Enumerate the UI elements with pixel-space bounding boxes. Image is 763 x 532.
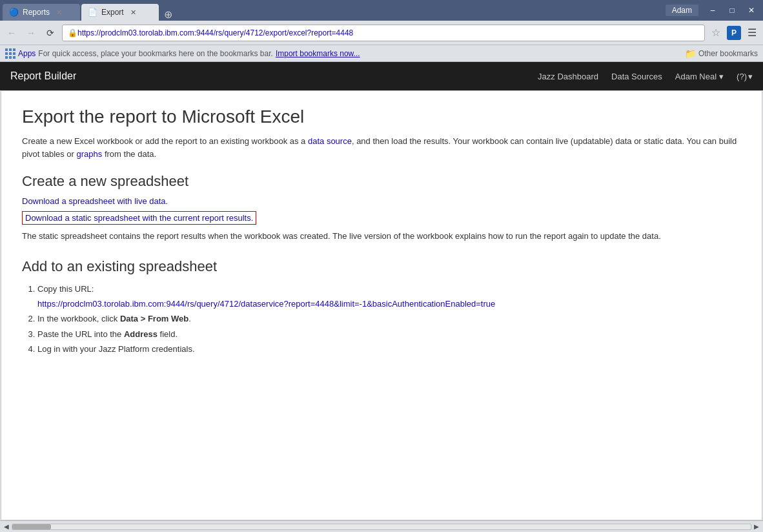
step-3-text-after: field.	[158, 329, 178, 339]
tab-reports[interactable]: 🔵 Reports ✕	[3, 4, 80, 21]
step-3-bold: Address	[124, 329, 158, 339]
step-1-text: Copy this URL:	[37, 284, 94, 294]
live-data-link[interactable]: Download a spreadsheet with live data.	[22, 196, 741, 206]
back-button[interactable]: ←	[4, 25, 19, 41]
bookmarks-bar: Apps For quick access, place your bookma…	[0, 45, 763, 62]
step-3-text-before: Paste the URL into the	[37, 329, 124, 339]
address-secure: 🔒	[68, 28, 77, 37]
graphs-link[interactable]: graphs	[77, 149, 103, 159]
step-1: Copy this URL: https://prodclm03.torolab…	[37, 281, 741, 312]
apps-label[interactable]: Apps	[18, 49, 36, 58]
data-source-link[interactable]: data source	[308, 136, 352, 146]
help-dropdown-icon: ▾	[748, 72, 753, 81]
title-bar: 🔵 Reports ✕ 📄 Export ✕ ⊕ Adam – □ ✕	[0, 0, 763, 21]
app-navbar: Report Builder Jazz Dashboard Data Sourc…	[0, 62, 763, 90]
step-3: Paste the URL into the Address field.	[37, 327, 741, 342]
tab-reports-label: Reports	[23, 8, 50, 17]
step-2: In the workbook, click Data > From Web.	[37, 311, 741, 326]
help-icon: (?)	[737, 72, 747, 81]
p-button[interactable]: P	[727, 26, 741, 40]
jazz-dashboard-link[interactable]: Jazz Dashboard	[538, 72, 598, 81]
tab-list: 🔵 Reports ✕ 📄 Export ✕ ⊕	[3, 0, 176, 21]
apps-grid-icon	[5, 48, 15, 59]
new-tab-button[interactable]: ⊕	[160, 8, 176, 21]
tab-export-icon: 📄	[88, 8, 97, 17]
step-2-text-after: .	[188, 314, 191, 323]
refresh-button[interactable]: ⟳	[43, 25, 58, 41]
user-name: Adam Neal	[675, 72, 717, 81]
other-bookmarks-label: Other bookmarks	[698, 49, 758, 58]
steps-list: Copy this URL: https://prodclm03.torolab…	[22, 281, 741, 357]
tab-export[interactable]: 📄 Export ✕	[81, 4, 159, 21]
main-content: Export the report to Microsoft Excel Cre…	[1, 90, 762, 520]
help-menu[interactable]: (?) ▾	[737, 72, 753, 81]
maximize-button[interactable]: □	[723, 3, 741, 17]
bookmarks-hint: For quick access, place your bookmarks h…	[38, 49, 273, 58]
minimize-button[interactable]: –	[704, 3, 722, 17]
step-4: Log in with your Jazz Platform credentia…	[37, 342, 741, 356]
address-input[interactable]: 🔒 https://prodclm03.torolab.ibm.com:9444…	[62, 25, 705, 41]
step-2-bold: Data > From Web	[120, 314, 188, 323]
forward-button[interactable]: →	[23, 25, 39, 41]
user-menu[interactable]: Adam Neal ▾	[675, 72, 724, 81]
intro-text: Create a new Excel workbook or add the r…	[22, 135, 741, 160]
tab-reports-close[interactable]: ✕	[56, 8, 62, 17]
add-section-title: Add to an existing spreadsheet	[22, 258, 741, 275]
tab-export-close[interactable]: ✕	[130, 8, 136, 17]
step-4-text: Log in with your Jazz Platform credentia…	[37, 344, 195, 354]
scroll-left[interactable]: ◀	[1, 522, 12, 532]
static-data-link[interactable]: Download a static spreadsheet with the c…	[25, 213, 253, 223]
browser-window: 🔵 Reports ✕ 📄 Export ✕ ⊕ Adam – □ ✕ ← → …	[0, 0, 763, 532]
tab-reports-icon: 🔵	[9, 8, 19, 17]
step-2-text-before: In the workbook, click	[37, 314, 120, 323]
app-title: Report Builder	[10, 70, 525, 82]
scrollbar-thumb[interactable]	[12, 524, 51, 529]
data-sources-link[interactable]: Data Sources	[611, 72, 662, 81]
menu-button[interactable]: ☰	[745, 26, 759, 39]
tab-export-label: Export	[101, 8, 124, 17]
address-url: https://prodclm03.torolab.ibm.com:9444/r…	[77, 28, 353, 37]
scroll-right[interactable]: ▶	[751, 522, 762, 532]
step-1-url[interactable]: https://prodclm03.torolab.ibm.com:9444/r…	[37, 299, 495, 309]
create-section-title: Create a new spreadsheet	[22, 173, 741, 190]
window-controls: Adam – □ ✕	[666, 3, 760, 17]
close-button[interactable]: ✕	[742, 3, 760, 17]
static-link-box[interactable]: Download a static spreadsheet with the c…	[22, 211, 256, 225]
other-bookmarks[interactable]: 📁 Other bookmarks	[685, 48, 758, 59]
user-dropdown-icon: ▾	[719, 72, 724, 81]
page-title: Export the report to Microsoft Excel	[22, 107, 741, 127]
import-bookmarks-link[interactable]: Import bookmarks now...	[276, 49, 360, 58]
bookmark-star[interactable]: ☆	[709, 26, 723, 39]
scrollbar-track[interactable]	[12, 524, 751, 530]
scrollbar-area: ◀ ▶	[0, 520, 763, 532]
folder-icon: 📁	[685, 48, 696, 59]
static-note: The static spreadsheet contains the repo…	[22, 230, 741, 243]
address-bar: ← → ⟳ 🔒 https://prodclm03.torolab.ibm.co…	[0, 21, 763, 45]
window-user: Adam	[666, 5, 698, 16]
